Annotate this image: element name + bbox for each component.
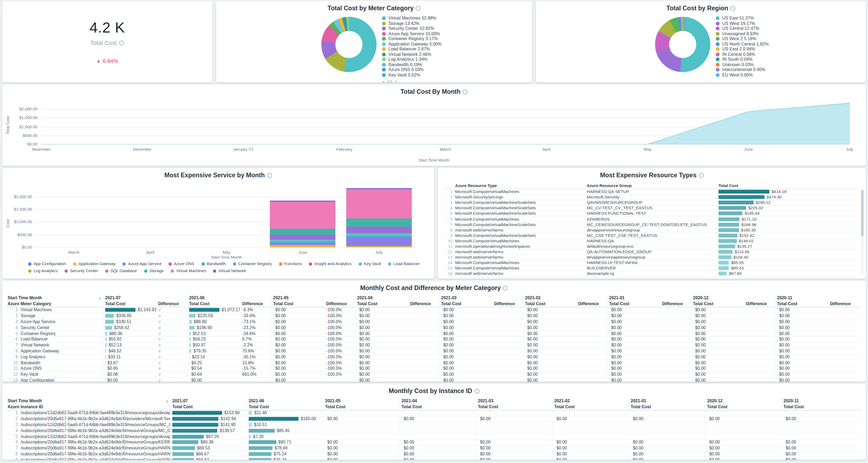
- total-cost-header[interactable]: Total Cost: [691, 301, 744, 306]
- difference-header[interactable]: Difference: [828, 301, 859, 306]
- legend-item[interactable]: IN South 0.04%: [716, 57, 769, 62]
- info-icon[interactable]: [267, 173, 272, 178]
- total-cost-header[interactable]: Total Cost: [607, 301, 660, 306]
- legend-item[interactable]: US West 2 5.18%: [716, 36, 769, 41]
- collapse-icon[interactable]: ‹: [166, 398, 168, 403]
- legend-item[interactable]: Security Center 10.82%: [382, 26, 442, 31]
- total-cost-header[interactable]: Total Cost: [552, 404, 628, 409]
- table-row[interactable]: 10Bandwidth$3.67ø$4.2515.8%$0.00-100.0%$…: [6, 360, 862, 366]
- difference-header[interactable]: Difference: [240, 301, 271, 306]
- difference-header[interactable]: Difference: [744, 301, 775, 306]
- table-row[interactable]: 16microsoft.web/serverfarmsdocexample-rg…: [443, 271, 857, 277]
- legend-item[interactable]: Log Analytics: [28, 268, 57, 273]
- legend-item[interactable]: EU West 0.00%: [716, 73, 769, 78]
- legend-item[interactable]: US North Central 1.82%: [716, 41, 769, 47]
- legend-item[interactable]: Key Vault 0.02%: [382, 73, 442, 78]
- legend-item[interactable]: Storage: [144, 268, 164, 273]
- legend-item[interactable]: Load Balancer: [388, 261, 420, 266]
- table-row[interactable]: 1/subscriptions/12d2db62-5aa9-471d-84bb-…: [6, 410, 862, 416]
- month-header[interactable]: 2021-05: [271, 295, 355, 300]
- table-row[interactable]: 13microsoft.web/serverfarmsdevappservice…: [443, 255, 857, 260]
- table-row[interactable]: 9/subscriptions/20d6a917-99fa-4b1b-9b2e-…: [6, 457, 862, 460]
- month-header[interactable]: 2021-02: [523, 295, 607, 300]
- month-header[interactable]: 2021-04: [355, 295, 439, 300]
- info-icon[interactable]: [503, 285, 508, 290]
- total-cost-header[interactable]: Total Cost: [187, 301, 240, 306]
- collapse-icon[interactable]: ‹: [99, 295, 101, 300]
- legend-item[interactable]: Virtual Machines 52.88%: [382, 16, 442, 21]
- legend-item[interactable]: US West 19.17%: [716, 21, 769, 26]
- table-row[interactable]: 11Azure DNS$0.65ø$0.54-15.7%$0.00-100.0%…: [6, 366, 862, 372]
- table-row[interactable]: 11microsoft.operationalinsights/workspac…: [443, 244, 857, 250]
- table-row[interactable]: 5Container Registry$80.36ø$52.53-34.6%$0…: [6, 331, 862, 337]
- info-icon[interactable]: [416, 6, 421, 10]
- total-cost-header[interactable]: Total Cost: [628, 404, 705, 409]
- total-cost-header[interactable]: Total Cost: [476, 404, 552, 409]
- legend-item[interactable]: App Configuration: [28, 261, 66, 266]
- difference-header[interactable]: Difference: [324, 301, 355, 306]
- legend-item[interactable]: Functions: [279, 261, 302, 266]
- table-row[interactable]: 1Microsoft.Compute/virtualMachinesHARNES…: [443, 189, 857, 195]
- scrollbar-thumb[interactable]: [861, 190, 864, 236]
- month-header[interactable]: 2020-11: [781, 398, 858, 403]
- total-cost-header[interactable]: Total Cost: [271, 301, 324, 306]
- row-dimension-header[interactable]: Azure Meter Category: [6, 301, 103, 306]
- table-row[interactable]: 13App Configuration$0.00ø$0.00$0.00$0.00…: [6, 378, 862, 382]
- legend-item[interactable]: Bandwidth 0.19%: [382, 62, 442, 67]
- legend-item[interactable]: Container Registry: [233, 261, 272, 266]
- legend-item[interactable]: SQL Database: [105, 268, 137, 273]
- page-down-icon[interactable]: ▼: [394, 80, 397, 82]
- month-header[interactable]: 2021-06: [187, 295, 271, 300]
- month-header[interactable]: 2021-03: [439, 295, 523, 300]
- table-row[interactable]: 4Security Center$256.42ø$196.90-23.2%$0.…: [6, 325, 862, 331]
- info-icon[interactable]: [463, 89, 468, 94]
- total-cost-header[interactable]: Total Cost: [170, 404, 247, 409]
- table-row[interactable]: 3/subscriptions/12d2db62-5aa9-471d-84bb-…: [6, 422, 862, 428]
- table-row[interactable]: 12Key Vault$0.08ø$0.64691.0%$0.00-100.0%…: [6, 372, 862, 378]
- total-cost-header[interactable]: Total Cost: [355, 301, 408, 306]
- column-header[interactable]: Total Cost: [718, 183, 857, 188]
- legend-item[interactable]: IN Central 0.06%: [716, 52, 769, 57]
- total-cost-header[interactable]: Total Cost: [775, 301, 828, 306]
- legend-item[interactable]: Container Registry 3.17%: [382, 36, 442, 41]
- table-row[interactable]: 7Microsoft.Compute/virtualMachineScaleSe…: [443, 222, 857, 227]
- table-row[interactable]: 5/subscriptions/12d2db62-5aa9-471d-84bb-…: [6, 434, 862, 440]
- legend-item[interactable]: Intercontinental 0.00%: [716, 67, 769, 73]
- table-row[interactable]: 8/subscriptions/20d6a917-99fa-4b1b-9b2e-…: [6, 451, 862, 457]
- column-header[interactable]: Azure Resource Type: [455, 183, 587, 188]
- legend-item[interactable]: Azure App Service: [123, 261, 161, 266]
- month-header[interactable]: 2021-06: [247, 398, 323, 403]
- month-header[interactable]: 2020-12: [705, 398, 781, 403]
- info-icon[interactable]: [731, 6, 735, 10]
- table-row[interactable]: 4Microsoft.Compute/virtualMachineScaleSe…: [443, 206, 857, 211]
- month-header[interactable]: 2021-05: [323, 398, 399, 403]
- table-row[interactable]: 9Microsoft.Compute/virtualMachineScaleSe…: [443, 233, 857, 238]
- table-row[interactable]: 9Log Analytics$33.11ø$23.14-30.1%$0.00-1…: [6, 354, 862, 360]
- table-row[interactable]: 15Microsoft.Compute/virtualMachinesBUILD…: [443, 266, 857, 271]
- table-row[interactable]: 3Azure App Service$330.51ø$88.80-73.1%$0…: [6, 319, 862, 325]
- total-cost-header[interactable]: Total Cost: [247, 404, 323, 409]
- legend-item[interactable]: US Central 12.47%: [716, 26, 769, 31]
- info-icon[interactable]: [474, 388, 479, 393]
- legend-item[interactable]: Application Gateway: [73, 261, 116, 266]
- difference-header[interactable]: Difference: [156, 301, 187, 306]
- total-cost-header[interactable]: Total Cost: [781, 404, 858, 409]
- legend-item[interactable]: Unknown 0.03%: [716, 62, 769, 67]
- difference-header[interactable]: Difference: [408, 301, 439, 306]
- table-row[interactable]: 4/subscriptions/20d6a917-99fa-4b1b-9b2e-…: [6, 428, 862, 434]
- legend-item[interactable]: Insight and Analytics: [309, 261, 352, 266]
- month-header[interactable]: 2021-07: [170, 398, 247, 403]
- legend-item[interactable]: Security Center: [64, 268, 98, 273]
- table-row[interactable]: 2Storage$336.85ø$225.59-33.0%$0.00-100.0…: [6, 313, 862, 319]
- table-row[interactable]: 6/subscriptions/20d6a917-99fa-4b1b-9b2e-…: [6, 440, 862, 446]
- month-header[interactable]: 2021-04: [399, 398, 476, 403]
- total-cost-header[interactable]: Total Cost: [439, 301, 492, 306]
- legend-item[interactable]: Load Balancer 2.67%: [382, 47, 442, 52]
- legend-item[interactable]: Virtual Network 2.46%: [382, 52, 442, 57]
- legend-item[interactable]: Azure App Service 10.00%: [382, 31, 442, 36]
- table-row[interactable]: 6Load Balancer$55.82ø$56.230.7%$0.00-100…: [6, 337, 862, 343]
- total-cost-header[interactable]: Total Cost: [103, 301, 156, 306]
- total-cost-header[interactable]: Total Cost: [399, 404, 476, 409]
- stacked-bar[interactable]: [270, 200, 336, 247]
- table-row[interactable]: 7Virtual Network$52.13ø$50.97-2.2%$0.00-…: [6, 343, 862, 349]
